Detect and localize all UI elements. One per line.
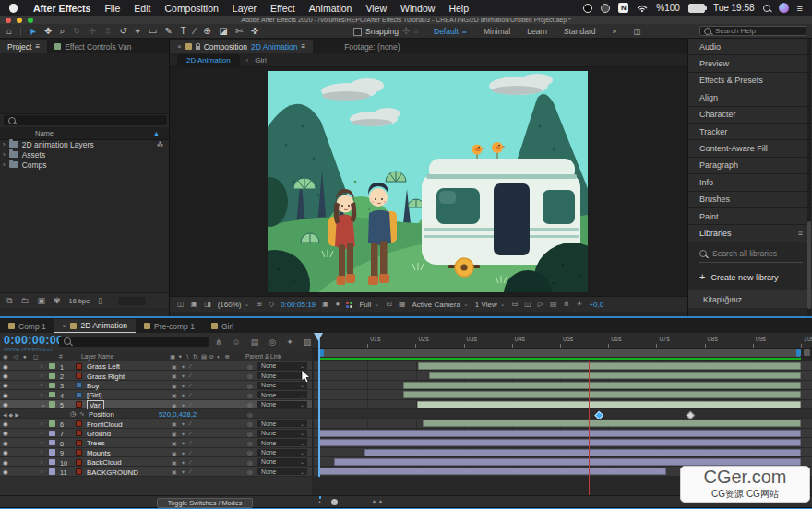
region-of-interest-icon[interactable]: ⊡	[386, 301, 392, 308]
layer-switch-icon[interactable]: ▣	[172, 459, 177, 466]
safe-margins-icon[interactable]: ⊞	[256, 301, 262, 308]
show-snapshot-icon[interactable]: ●	[336, 301, 340, 308]
panel-paint[interactable]: Paint	[688, 208, 812, 225]
layer-expand-icon[interactable]: ›	[41, 440, 42, 446]
timeline-tab-girl[interactable]: Girl	[203, 319, 242, 333]
menu-item-file[interactable]: File	[104, 3, 120, 14]
snap-options-icon[interactable]: ✣	[402, 27, 410, 36]
chevron-right-icon[interactable]: ›	[3, 140, 6, 148]
eye-icon[interactable]: ◉	[3, 401, 8, 408]
layer-switch-icon[interactable]: ∕	[190, 373, 191, 378]
av-column-icon[interactable]: ◁	[13, 353, 18, 361]
exposure-value[interactable]: +0,0	[589, 301, 603, 309]
flowchart-button-icon[interactable]: ⋔	[564, 301, 570, 308]
parent-link-select[interactable]: None⌄	[257, 391, 307, 398]
workspace-bar-icon[interactable]: ◫	[633, 27, 640, 36]
layer-color-label[interactable]	[49, 431, 55, 437]
layer-expand-icon[interactable]: ›	[41, 373, 42, 379]
column-parent-link[interactable]: Parent & Link	[245, 353, 281, 360]
view-menu-icon[interactable]: ◨	[204, 301, 211, 308]
parent-pickwhip-icon[interactable]: ◎	[247, 459, 253, 467]
current-time-indicator-head[interactable]	[314, 333, 323, 341]
layer-switch-icon[interactable]: ∕	[190, 392, 191, 397]
layer-track[interactable]	[314, 448, 812, 456]
workspace-tab-standard[interactable]: Standard	[564, 27, 596, 36]
layer-switch-icon[interactable]: ✦	[181, 431, 185, 437]
layer-color-label[interactable]	[49, 459, 55, 466]
layer-duration-bar[interactable]	[403, 382, 801, 389]
layer-color-label[interactable]	[49, 383, 55, 389]
menu-item-animation[interactable]: Animation	[309, 3, 352, 14]
panel-content-aware-fill[interactable]: Content-Aware Fill	[688, 140, 812, 157]
composition-mini-flowchart-button[interactable]: ⋔	[215, 338, 222, 347]
menu-bar-clock[interactable]: Tue 19:58	[713, 3, 755, 13]
layer-switch-icon[interactable]: ▣	[172, 383, 177, 389]
workspace-tab-minimal[interactable]: Minimal	[484, 27, 510, 36]
keyframe-diamond[interactable]	[595, 410, 603, 419]
workspace-tab-default[interactable]: Default≡	[434, 27, 467, 36]
menu-item-after-effects[interactable]: After Effects	[33, 3, 90, 14]
parent-link-select[interactable]: None⌄	[257, 458, 307, 466]
project-name-column-header[interactable]: Name ▲	[0, 127, 169, 140]
av-column-icon[interactable]: ◻	[33, 353, 38, 361]
layer-switch-icon[interactable]: ∕	[190, 420, 191, 426]
layer-switch-icon[interactable]: ✦	[181, 363, 185, 370]
layer-name[interactable]: Grass Left	[87, 362, 120, 371]
layer-switch-icon[interactable]: ▣	[172, 420, 177, 427]
panel-menu-icon[interactable]: ≡	[798, 229, 803, 238]
layer-track[interactable]	[314, 361, 812, 370]
pixel-aspect-correction-icon[interactable]: ◫	[524, 301, 531, 308]
battery-icon[interactable]	[688, 4, 705, 13]
parent-link-select[interactable]: None⌄	[257, 439, 307, 446]
layer-row-left[interactable]: ◉›8Trees▣✦∕◎None⌄	[0, 438, 312, 446]
motion-blur-button[interactable]: ◎	[269, 338, 276, 347]
layer-row-left[interactable]: ◉›2Grass Right▣✦∕◎None⌄	[0, 371, 312, 379]
layer-switch-icon[interactable]: ▣	[172, 450, 177, 456]
panel-align[interactable]: Align	[688, 89, 812, 106]
layer-name[interactable]: Mounts	[87, 449, 111, 457]
switch-column-icon[interactable]: ▤	[201, 353, 207, 361]
wifi-icon[interactable]	[637, 4, 648, 12]
panel-character[interactable]: Character	[688, 107, 812, 124]
zoom-in-mountain-icon[interactable]: ▲▲	[371, 498, 384, 504]
property-name[interactable]: Position	[89, 410, 114, 419]
eye-icon[interactable]: ◉	[3, 468, 8, 476]
layer-duration-bar[interactable]	[403, 391, 801, 398]
layer-name[interactable]: Trees	[87, 439, 105, 447]
layer-switch-icon[interactable]: ▣	[172, 468, 177, 475]
property-track[interactable]	[314, 409, 812, 418]
layer-expand-icon[interactable]: ›	[41, 420, 42, 427]
notion-icon[interactable]: N	[618, 3, 628, 13]
layer-name[interactable]: FrontCloud	[87, 420, 123, 429]
composition-viewer[interactable]	[170, 67, 687, 296]
workspace-tab-learn[interactable]: Learn	[527, 27, 547, 36]
right-panel-scrollbar[interactable]	[807, 39, 811, 316]
auto-keyframe-button[interactable]: ✦	[286, 338, 293, 347]
timeline-empty-area[interactable]	[0, 477, 312, 495]
layer-expand-icon[interactable]: ›	[41, 392, 42, 398]
layer-row-left[interactable]: ◉›1Grass Left▣✦∕◎None⌄	[0, 361, 312, 370]
layer-expand-icon[interactable]: ⌄	[41, 401, 46, 408]
layer-color-label[interactable]	[49, 449, 55, 456]
menu-item-help[interactable]: Help	[448, 3, 469, 14]
chevron-right-icon[interactable]: ›	[3, 150, 6, 159]
layer-row-left[interactable]: ◉›11BACKGROUND▣✦∕◎None⌄	[0, 467, 312, 475]
parent-pickwhip-icon[interactable]: ◎	[247, 420, 253, 428]
layer-expand-icon[interactable]: ›	[41, 468, 42, 475]
layer-switch-icon[interactable]: ✦	[181, 383, 185, 389]
layer-switch-icon[interactable]: ✦	[181, 440, 185, 446]
hand-tool[interactable]: ✥	[44, 27, 52, 36]
breadcrumb-current[interactable]: Girl	[255, 56, 266, 65]
keyframe-navigator[interactable]: ◀◆▶	[3, 411, 21, 418]
layer-duration-bar[interactable]	[319, 468, 666, 475]
panel-menu-icon[interactable]: ≡	[35, 42, 40, 51]
eye-icon[interactable]: ◉	[3, 449, 8, 456]
libraries-search-field[interactable]: Search all libraries	[699, 249, 803, 263]
shape-tool[interactable]: ▭	[149, 27, 157, 36]
orbit-camera-tool[interactable]: ↻	[73, 27, 80, 36]
pan-camera-tool[interactable]: ✛	[89, 27, 96, 36]
layer-duration-bar[interactable]	[319, 430, 801, 437]
layer-color-label[interactable]	[49, 373, 55, 379]
project-settings-icon[interactable]: ✾	[54, 297, 61, 305]
project-search-field[interactable]	[4, 115, 167, 125]
